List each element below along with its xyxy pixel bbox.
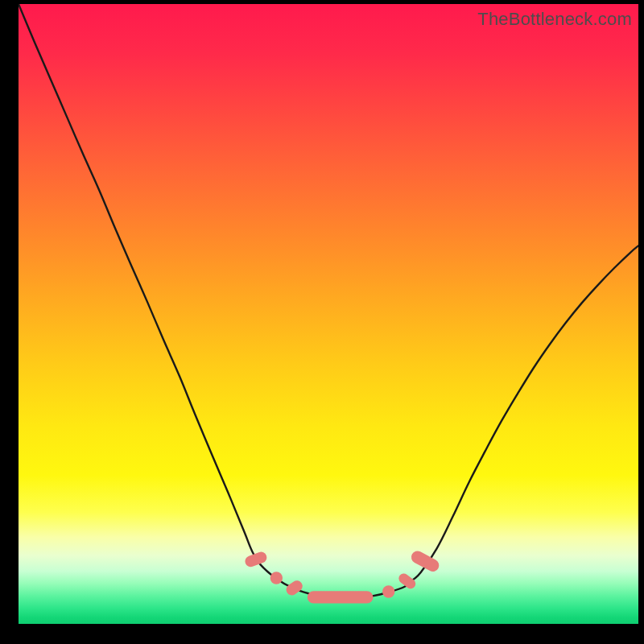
svg-rect-0 <box>244 551 269 569</box>
curve-left <box>19 4 341 598</box>
data-marker <box>308 591 374 603</box>
curve-right <box>341 246 638 597</box>
svg-rect-2 <box>308 591 374 603</box>
data-marker <box>244 551 269 569</box>
data-marker <box>382 585 394 597</box>
data-marker <box>409 549 441 574</box>
plot-area: TheBottleneck.com <box>19 4 638 624</box>
svg-rect-1 <box>284 578 305 597</box>
svg-rect-4 <box>409 549 441 574</box>
data-marker <box>284 578 305 597</box>
curve-layer <box>19 4 638 624</box>
chart-frame: TheBottleneck.com <box>0 0 644 644</box>
data-marker <box>270 572 283 584</box>
